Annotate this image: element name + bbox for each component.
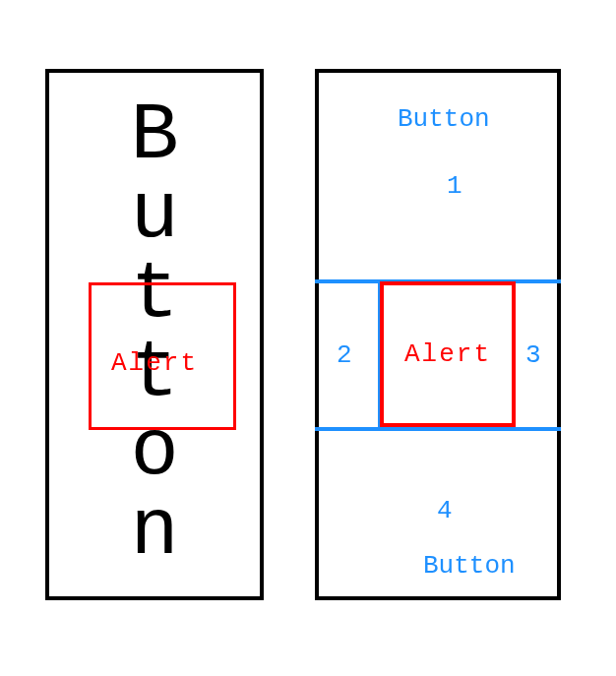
region-4-label: 4 xyxy=(437,496,453,525)
panel-right: Button 1 2 3 Alert 4 Button xyxy=(315,69,561,600)
alert-label-left: Alert xyxy=(49,348,260,378)
vertical-button-label: B u t t o n xyxy=(49,73,260,596)
letter-t1: t xyxy=(130,256,178,335)
letter-o: o xyxy=(130,413,178,492)
region-3-label: 3 xyxy=(525,340,541,370)
letter-u: u xyxy=(130,176,178,255)
alert-label-right: Alert xyxy=(404,339,491,369)
panel-left: B u t t o n Alert xyxy=(45,69,264,600)
button-label-bottom: Button xyxy=(423,551,516,581)
alert-box-right: Alert xyxy=(380,281,516,427)
letter-b: B xyxy=(130,97,178,176)
button-label-top: Button xyxy=(398,104,490,134)
region-1-label: 1 xyxy=(447,171,462,201)
region-2-label: 2 xyxy=(337,340,352,370)
letter-n: n xyxy=(130,493,178,572)
